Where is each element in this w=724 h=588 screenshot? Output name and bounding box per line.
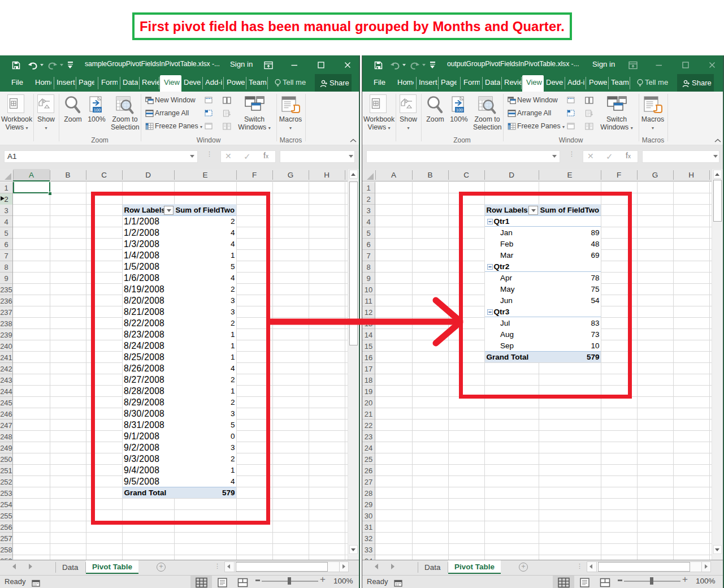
svg-text:100: 100 xyxy=(94,107,101,113)
svg-text:100: 100 xyxy=(456,107,463,113)
